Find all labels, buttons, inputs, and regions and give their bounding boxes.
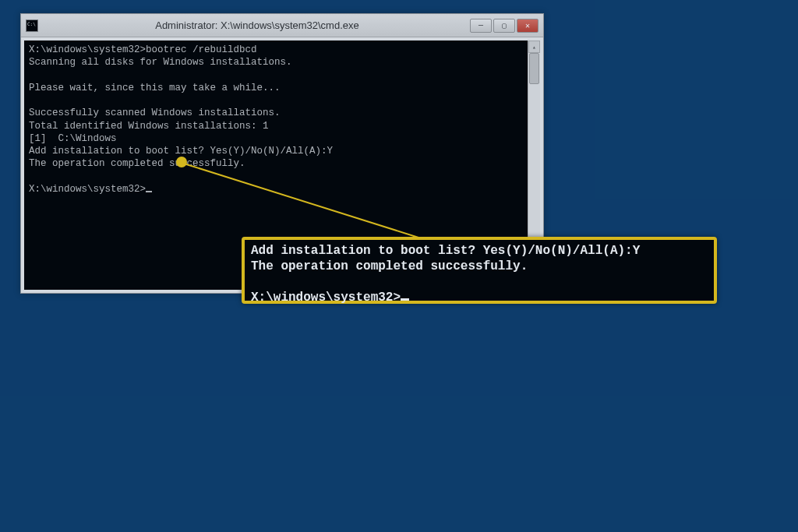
minimize-button[interactable]: — — [470, 19, 492, 33]
window-controls: — ▢ ✕ — [470, 19, 538, 33]
close-button[interactable]: ✕ — [517, 19, 538, 33]
scroll-up-icon[interactable]: ▴ — [528, 41, 540, 53]
console-line: Please wait, since this may take a while… — [29, 83, 281, 93]
console-line: The operation completed successfully. — [29, 158, 245, 169]
callout-dot-icon — [176, 157, 187, 167]
console-line: X:\windows\system32> — [29, 184, 146, 195]
cmd-icon — [26, 19, 38, 32]
console-line: Total identified Windows installations: … — [29, 121, 269, 132]
zoom-text: Add installation to boot list? Yes(Y)/No… — [251, 243, 708, 305]
cursor-icon — [146, 191, 152, 192]
scroll-thumb[interactable] — [529, 53, 539, 84]
zoom-callout: Add installation to boot list? Yes(Y)/No… — [242, 237, 717, 304]
console-line: [1] C:\Windows — [29, 133, 117, 144]
zoom-line: The operation completed successfully. — [251, 259, 528, 273]
window-title: Administrator: X:\windows\system32\cmd.e… — [44, 19, 470, 31]
zoom-line: X:\windows\system32> — [251, 291, 401, 305]
console-line: Add installation to boot list? Yes(Y)/No… — [29, 146, 333, 157]
console-line: X:\windows\system32>bootrec /rebuildbcd — [29, 44, 257, 55]
zoom-line: Add installation to boot list? Yes(Y)/No… — [251, 244, 640, 258]
cursor-icon — [401, 298, 409, 301]
maximize-button[interactable]: ▢ — [493, 19, 515, 33]
titlebar[interactable]: Administrator: X:\windows\system32\cmd.e… — [21, 14, 543, 37]
console-line: Scanning all disks for Windows installat… — [29, 57, 292, 68]
console-line: Successfully scanned Windows installatio… — [29, 107, 281, 118]
